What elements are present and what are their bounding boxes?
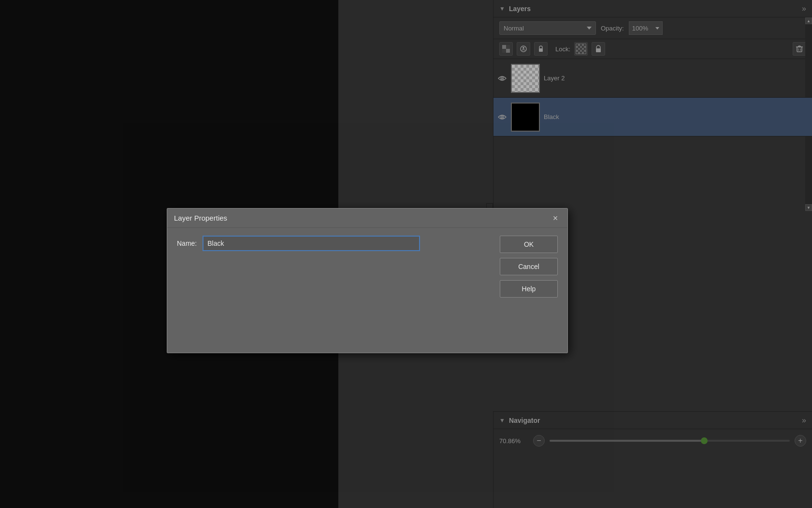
name-label: Name: [177, 239, 197, 247]
dialog-form: Name: [177, 236, 490, 259]
ok-btn[interactable]: OK [500, 236, 558, 253]
dialog-titlebar: Layer Properties × [167, 209, 567, 228]
dialog-buttons: OK Cancel Help [500, 236, 558, 298]
dialog-body: Name: OK Cancel Help [167, 228, 567, 305]
layer-name-input[interactable] [203, 236, 420, 251]
help-btn[interactable]: Help [500, 280, 558, 298]
layer-properties-dialog: Layer Properties × Name: OK Cancel Help [167, 208, 568, 353]
cancel-btn[interactable]: Cancel [500, 258, 558, 275]
dialog-close-btn[interactable]: × [550, 213, 561, 224]
name-field-row: Name: [177, 236, 490, 251]
dialog-title: Layer Properties [174, 214, 227, 222]
